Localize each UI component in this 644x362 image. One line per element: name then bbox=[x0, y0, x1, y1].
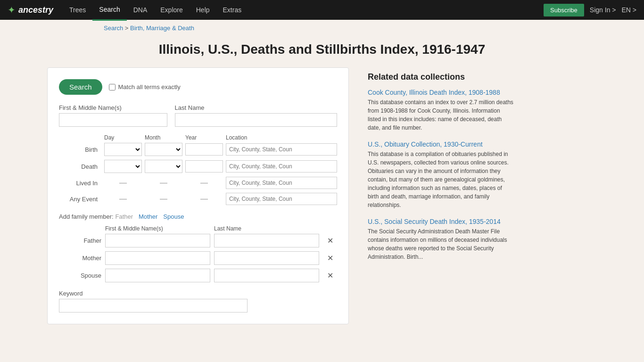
related-link-0[interactable]: Cook County, Illinois Death Index, 1908-… bbox=[368, 89, 514, 96]
event-grid: Day Month Year Location Birth Death bbox=[59, 134, 337, 205]
related-item-1: U.S., Obituary Collection, 1930-Current … bbox=[368, 140, 514, 209]
birth-label: Birth bbox=[59, 146, 101, 153]
logo-text: ancestry bbox=[18, 5, 53, 15]
father-label: Father bbox=[59, 237, 101, 244]
related-link-1[interactable]: U.S., Obituary Collection, 1930-Current bbox=[368, 140, 514, 148]
keyword-section: Keyword bbox=[59, 290, 337, 313]
event-header-day: Day bbox=[104, 134, 142, 141]
death-label: Death bbox=[59, 163, 101, 170]
any-event-location-input[interactable] bbox=[226, 193, 337, 205]
death-row: Death bbox=[59, 160, 337, 173]
last-name-input[interactable] bbox=[175, 113, 337, 127]
death-day-select[interactable] bbox=[104, 160, 142, 173]
mother-close-icon[interactable]: ✕ bbox=[323, 254, 337, 263]
death-year-input[interactable] bbox=[185, 160, 223, 173]
spouse-last-input[interactable] bbox=[214, 269, 319, 282]
last-name-label: Last Name bbox=[175, 104, 337, 111]
search-top: Search Match all terms exactly bbox=[59, 79, 337, 95]
related-desc-0: This database contains an index to over … bbox=[368, 98, 514, 132]
nav-trees[interactable]: Trees bbox=[63, 0, 92, 20]
family-link-father[interactable]: Father bbox=[115, 213, 133, 221]
ancestry-logo-icon: ✦ bbox=[8, 4, 16, 16]
first-name-label: First & Middle Name(s) bbox=[59, 104, 167, 111]
lived-in-row: Lived In — — — bbox=[59, 177, 337, 189]
lived-in-day-dash: — bbox=[104, 179, 142, 187]
match-checkbox[interactable] bbox=[109, 84, 116, 90]
mother-label: Mother bbox=[59, 255, 101, 262]
first-name-input[interactable] bbox=[59, 113, 167, 127]
birth-location-input[interactable] bbox=[226, 143, 337, 156]
related-item-0: Cook County, Illinois Death Index, 1908-… bbox=[368, 89, 514, 132]
any-event-year-dash: — bbox=[185, 195, 223, 203]
keyword-label: Keyword bbox=[59, 290, 337, 297]
birth-month-select[interactable] bbox=[145, 143, 182, 156]
any-event-label: Any Event bbox=[59, 196, 101, 203]
event-header-blank bbox=[59, 134, 101, 141]
breadcrumb-root[interactable]: Search bbox=[104, 25, 123, 32]
add-family-links: Father Mother Spouse bbox=[115, 213, 184, 221]
death-month-select[interactable] bbox=[145, 160, 182, 173]
lived-in-label: Lived In bbox=[59, 180, 101, 187]
family-link-spouse[interactable]: Spouse bbox=[163, 213, 184, 221]
lived-in-location-input[interactable] bbox=[226, 177, 337, 189]
lived-in-month-dash: — bbox=[145, 179, 182, 187]
event-header-location: Location bbox=[226, 134, 337, 141]
birth-day-select[interactable] bbox=[104, 143, 142, 156]
any-event-month-dash: — bbox=[145, 195, 182, 203]
right-panel: Related data collections Cook County, Il… bbox=[368, 67, 514, 334]
page-title: Illinois, U.S., Deaths and Stillbirths I… bbox=[0, 41, 644, 58]
spouse-row: Spouse ✕ bbox=[59, 269, 337, 282]
last-name-field: Last Name bbox=[175, 104, 337, 127]
family-col-first: First & Middle Name(s) bbox=[105, 225, 210, 232]
father-row: Father ✕ bbox=[59, 234, 337, 247]
event-header-month: Month bbox=[145, 134, 182, 141]
father-close-icon[interactable]: ✕ bbox=[323, 236, 337, 245]
event-header-year: Year bbox=[185, 134, 223, 141]
any-event-day-dash: — bbox=[104, 195, 142, 203]
search-button[interactable]: Search bbox=[59, 79, 102, 95]
subscribe-button[interactable]: Subscribe bbox=[544, 4, 584, 16]
father-last-input[interactable] bbox=[214, 234, 319, 247]
related-desc-1: This database is a compilation of obitua… bbox=[368, 150, 514, 209]
birth-row: Birth bbox=[59, 143, 337, 156]
logo[interactable]: ✦ ancestry bbox=[8, 4, 53, 16]
nav-explore[interactable]: Explore bbox=[154, 0, 189, 20]
family-col-last: Last Name bbox=[214, 225, 319, 232]
father-first-input[interactable] bbox=[105, 234, 210, 247]
spouse-label: Spouse bbox=[59, 272, 101, 279]
main-nav: ✦ ancestry Trees Search DNA Explore Help… bbox=[0, 0, 644, 20]
match-label[interactable]: Match all terms exactly bbox=[109, 83, 181, 90]
breadcrumb: Search > Birth, Marriage & Death bbox=[0, 20, 644, 36]
nav-search[interactable]: Search bbox=[92, 0, 126, 21]
search-card: Search Match all terms exactly First & M… bbox=[47, 67, 349, 324]
spouse-close-icon[interactable]: ✕ bbox=[323, 271, 337, 280]
any-event-row: Any Event — — — bbox=[59, 193, 337, 205]
nav-extras[interactable]: Extras bbox=[216, 0, 248, 20]
add-family-label: Add family member: bbox=[59, 213, 114, 220]
related-link-2[interactable]: U.S., Social Security Death Index, 1935-… bbox=[368, 218, 514, 225]
first-name-field: First & Middle Name(s) bbox=[59, 104, 167, 127]
signin-button[interactable]: Sign In > bbox=[590, 6, 616, 14]
match-text: Match all terms exactly bbox=[118, 83, 181, 90]
nav-dna[interactable]: DNA bbox=[127, 0, 154, 20]
mother-last-input[interactable] bbox=[214, 251, 319, 265]
keyword-input[interactable] bbox=[59, 299, 248, 313]
family-link-mother[interactable]: Mother bbox=[139, 213, 157, 221]
nav-help[interactable]: Help bbox=[190, 0, 216, 20]
mother-row: Mother ✕ bbox=[59, 251, 337, 265]
mother-first-input[interactable] bbox=[105, 251, 210, 265]
related-item-2: U.S., Social Security Death Index, 1935-… bbox=[368, 218, 514, 261]
lived-in-year-dash: — bbox=[185, 179, 223, 187]
language-selector[interactable]: EN > bbox=[621, 6, 636, 14]
birth-year-input[interactable] bbox=[185, 143, 223, 156]
add-family-section: Add family member: Father Mother Spouse … bbox=[59, 213, 337, 282]
related-desc-2: The Social Security Administration Death… bbox=[368, 227, 514, 261]
spouse-first-input[interactable] bbox=[105, 269, 210, 282]
death-location-input[interactable] bbox=[226, 160, 337, 173]
related-title: Related data collections bbox=[368, 72, 514, 82]
family-grid-header: First & Middle Name(s) Last Name bbox=[59, 225, 337, 232]
name-row: First & Middle Name(s) Last Name bbox=[59, 104, 337, 127]
event-header: Day Month Year Location bbox=[59, 134, 337, 141]
breadcrumb-current[interactable]: Birth, Marriage & Death bbox=[130, 25, 194, 32]
